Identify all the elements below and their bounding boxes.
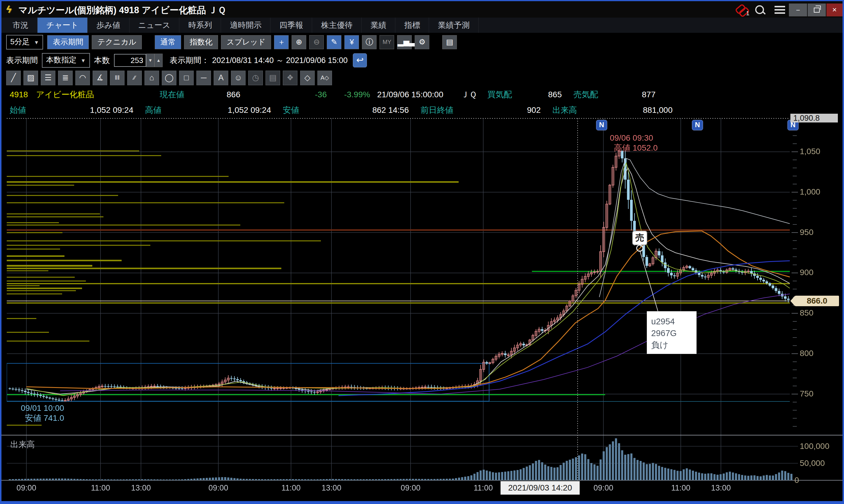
current-price-tag: 866.0 xyxy=(795,296,839,306)
volume-pane-label: 出来高 xyxy=(10,439,35,450)
crosshair-time-label: 2021/09/03 14:20 xyxy=(501,481,580,494)
app-window: ϟ マルチツール(個別銘柄) 4918 アイビー化粧品 ＪＱ 1 － × 市況チ… xyxy=(0,0,844,504)
sell-marker-line xyxy=(1,1,844,504)
trade-tooltip: u2954 2967G 負け xyxy=(647,311,697,354)
crosshair-price-label: 1,090.8 xyxy=(790,114,838,123)
